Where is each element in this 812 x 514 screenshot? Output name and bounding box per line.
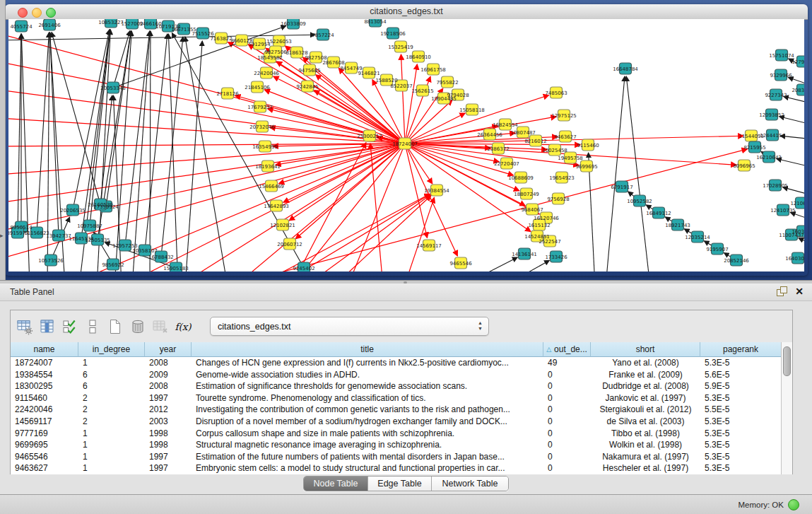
table-cell[interactable]: 1: [78, 451, 145, 463]
delete-column-icon[interactable]: [128, 316, 148, 337]
panel-collapse-arrow-icon[interactable]: ▸: [0, 232, 4, 239]
table-cell[interactable]: Corpus callosum shape and size in male p…: [192, 428, 543, 440]
table-selector-dropdown[interactable]: citations_edges.txt ▲▼: [210, 317, 489, 336]
table-cell[interactable]: 6: [78, 369, 145, 381]
table-cell[interactable]: 9777169: [11, 428, 78, 440]
table-cell[interactable]: 49: [543, 357, 591, 369]
directed-edge-red[interactable]: [405, 144, 457, 256]
directed-edge-black[interactable]: [168, 34, 178, 271]
table-cell[interactable]: 0: [543, 404, 591, 416]
directed-edge-red[interactable]: [8, 144, 405, 259]
table-cell[interactable]: Stergiakouli et al. (2012): [591, 404, 700, 416]
table-row[interactable]: 946362711997Embryonic stem cells: a mode…: [11, 462, 782, 474]
column-header-out_de[interactable]: △out_de...: [543, 342, 591, 357]
network-canvas-container[interactable]: 1872400771638228660128591295418543582224…: [8, 19, 804, 271]
table-cell[interactable]: 5.6E-5: [700, 369, 782, 381]
directed-edge-black[interactable]: [145, 34, 167, 250]
table-cell[interactable]: 6: [78, 380, 145, 392]
function-builder-icon[interactable]: f(x): [173, 316, 193, 337]
window-titlebar[interactable]: citations_edges.txt: [5, 4, 808, 20]
column-header-year[interactable]: year: [145, 342, 192, 357]
scrollbar-thumb[interactable]: [783, 346, 791, 376]
table-cell[interactable]: Yano et al. (2008): [591, 357, 700, 369]
directed-edge-black[interactable]: [185, 41, 202, 271]
directed-edge-black[interactable]: [799, 238, 804, 245]
table-cell[interactable]: Structural magnetic resonance image aver…: [192, 439, 543, 451]
table-cell[interactable]: 2008: [145, 357, 192, 369]
directed-edge-black[interactable]: [18, 34, 21, 233]
column-header-pagerank[interactable]: pagerank: [700, 342, 782, 357]
table-cell[interactable]: 0: [543, 380, 591, 392]
tab-edge-table[interactable]: Edge Table: [368, 477, 432, 491]
table-cell[interactable]: 14569117: [11, 416, 78, 428]
table-cell[interactable]: 1997: [145, 462, 192, 474]
table-row[interactable]: 977716911998Corpus callosum shape and si…: [11, 428, 782, 440]
table-cell[interactable]: 5.3E-5: [700, 357, 782, 369]
directed-edge-red[interactable]: [405, 100, 452, 144]
table-cell[interactable]: 0: [543, 369, 591, 381]
table-row[interactable]: 1456911722003Disruption of a novel membe…: [11, 416, 782, 428]
directed-edge-red[interactable]: [273, 76, 405, 144]
column-header-in_degree[interactable]: in_degree: [78, 342, 145, 357]
tab-network-table[interactable]: Network Table: [432, 477, 508, 491]
table-cell[interactable]: 18300295: [11, 380, 78, 392]
directed-edge-black[interactable]: [503, 260, 549, 271]
table-row[interactable]: 2242004622012Investigating the contribut…: [11, 404, 782, 416]
directed-edge-black[interactable]: [790, 213, 804, 221]
table-row[interactable]: 1830029562008Estimation of significance …: [11, 380, 782, 392]
table-cell[interactable]: 9465546: [11, 451, 78, 463]
table-cell[interactable]: 5.5E-5: [700, 404, 782, 416]
column-header-name[interactable]: name: [11, 342, 78, 357]
table-cell[interactable]: 5.9E-5: [700, 380, 782, 392]
table-cell[interactable]: Wolkin et al. (1998): [591, 439, 700, 451]
tab-node-table[interactable]: Node Table: [304, 477, 368, 491]
directed-edge-red[interactable]: [334, 195, 431, 271]
table-cell[interactable]: Estimation of the future numbers of pati…: [192, 451, 543, 463]
float-panel-icon[interactable]: [777, 286, 787, 296]
table-cell[interactable]: Investigating the contribution of common…: [192, 404, 543, 416]
directed-edge-black[interactable]: [626, 76, 650, 271]
table-cell[interactable]: 2: [78, 392, 145, 404]
column-header-title[interactable]: title: [192, 342, 543, 357]
directed-edge-black[interactable]: [37, 33, 49, 233]
table-cell[interactable]: 9463627: [11, 462, 78, 474]
table-cell[interactable]: Embryonic stem cells: a model to study s…: [192, 462, 543, 474]
directed-edge-red[interactable]: [305, 194, 430, 271]
table-cell[interactable]: 0: [543, 439, 591, 451]
table-cell[interactable]: 1997: [145, 451, 192, 463]
table-cell[interactable]: 2: [78, 416, 145, 428]
table-cell[interactable]: 0: [543, 451, 591, 463]
column-header-short[interactable]: short: [591, 342, 700, 357]
table-cell[interactable]: 2008: [145, 380, 192, 392]
new-column-icon[interactable]: [105, 316, 125, 337]
directed-edge-black[interactable]: [779, 117, 804, 125]
table-cell[interactable]: Franke et al. (2009): [591, 369, 700, 381]
table-cell[interactable]: 1: [78, 428, 145, 440]
table-cell[interactable]: 1998: [145, 439, 192, 451]
directed-edge-black[interactable]: [150, 31, 151, 271]
table-cell[interactable]: 2: [78, 404, 145, 416]
table-cell[interactable]: 1: [78, 357, 145, 369]
directed-edge-black[interactable]: [606, 76, 625, 271]
table-cell[interactable]: 1997: [145, 392, 192, 404]
table-settings-icon[interactable]: [15, 316, 35, 337]
table-cell[interactable]: 2003: [145, 416, 192, 428]
table-cell[interactable]: Dudbridge et al. (2008): [591, 380, 700, 392]
table-row[interactable]: 969969511998Structural magnetic resonanc…: [11, 439, 782, 451]
table-cell[interactable]: 19384554: [11, 369, 78, 381]
table-cell[interactable]: 22420046: [11, 404, 78, 416]
directed-edge-red[interactable]: [8, 144, 405, 175]
table-cell[interactable]: Genome-wide association studies in ADHD.: [192, 369, 543, 381]
table-cell[interactable]: 9115460: [11, 392, 78, 404]
table-cell[interactable]: Changes of HCN gene expression and I(f) …: [192, 357, 543, 369]
directed-edge-red[interactable]: [401, 54, 405, 144]
table-cell[interactable]: Estimation of significance thresholds fo…: [192, 380, 543, 392]
table-cell[interactable]: Disruption of a novel member of a sodium…: [192, 416, 543, 428]
table-row[interactable]: 946554611997Estimation of the future num…: [11, 451, 782, 463]
directed-edge-red[interactable]: [289, 144, 405, 221]
directed-edge-red[interactable]: [8, 118, 405, 144]
directed-edge-red[interactable]: [404, 197, 434, 271]
table-cell[interactable]: 1998: [145, 428, 192, 440]
table-cell[interactable]: 2009: [145, 369, 192, 381]
table-cell[interactable]: 5.3E-5: [700, 428, 782, 440]
